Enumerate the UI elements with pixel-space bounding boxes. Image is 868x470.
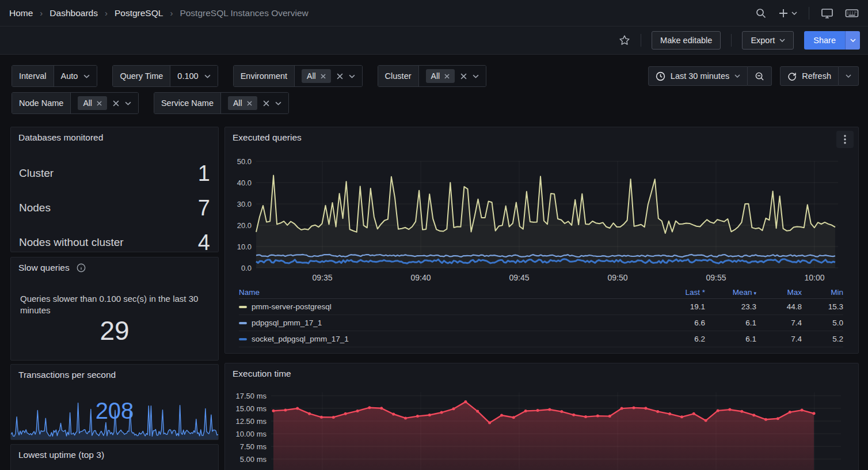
keyboard-icon[interactable]: [845, 8, 859, 18]
execution-time-chart[interactable]: 17.50 ms15.00 ms12.50 ms10.00 ms7.50 ms5…: [225, 390, 846, 470]
node-name-select[interactable]: All: [71, 93, 138, 113]
svg-text:09:55: 09:55: [706, 273, 726, 282]
panel-menu-icon[interactable]: [836, 131, 854, 148]
service-name-chip[interactable]: All: [228, 96, 257, 110]
refresh-interval-button[interactable]: [839, 66, 859, 86]
clear-icon[interactable]: [337, 73, 343, 79]
close-icon[interactable]: [97, 101, 102, 106]
legend-value: 5.2: [802, 335, 843, 343]
stat-value: 1: [198, 161, 210, 186]
series-color-swatch: [239, 306, 247, 308]
top-nav: Home›Dashboards›PostgreSQL›PostgreSQL In…: [0, 0, 868, 26]
query-time-value: 0.100: [177, 71, 198, 81]
cluster-chip[interactable]: All: [426, 69, 455, 83]
environment-select[interactable]: All: [295, 66, 362, 86]
legend-series-label: pmm-server-postgresql: [252, 302, 332, 311]
interval-select[interactable]: Auto: [54, 66, 97, 86]
legend-value: 44.8: [756, 302, 802, 311]
node-name-chip[interactable]: All: [78, 96, 107, 110]
node-name-chip-value: All: [83, 98, 92, 108]
legend-column-mean[interactable]: Mean▾: [705, 288, 756, 297]
service-name-control: Service Name All: [154, 92, 289, 114]
search-icon[interactable]: [755, 7, 767, 19]
panel-transactions-per-second: Transactions per second 208: [10, 364, 219, 440]
close-icon[interactable]: [247, 101, 252, 106]
legend-column-min[interactable]: Min: [802, 288, 843, 297]
chevron-down-icon: [349, 74, 355, 78]
legend-value: 19.1: [653, 302, 705, 311]
clear-icon[interactable]: [263, 100, 269, 107]
interval-control: Interval Auto: [12, 65, 97, 87]
zoom-out-button[interactable]: [748, 66, 772, 86]
zoom-out-icon: [755, 71, 764, 81]
breadcrumb-item-postgresql[interactable]: PostgreSQL: [115, 8, 163, 18]
nav-actions: [755, 7, 859, 20]
environment-chip-value: All: [307, 71, 316, 81]
cluster-select[interactable]: All: [419, 66, 486, 86]
series-color-swatch: [239, 322, 247, 324]
export-button[interactable]: Export: [742, 31, 794, 50]
share-button[interactable]: Share: [804, 31, 845, 50]
legend-value: 23.3: [705, 302, 756, 311]
refresh-group: Refresh: [780, 66, 859, 86]
slow-queries-header: Slow queries: [18, 263, 86, 273]
svg-text:12.50 ms: 12.50 ms: [236, 417, 267, 426]
panel-title: Transactions per second: [18, 370, 116, 380]
make-editable-button[interactable]: Make editable: [652, 31, 721, 50]
slow-queries-value: 29: [11, 315, 218, 346]
legend-series-name[interactable]: socket_pdpgsql_pmm_17_1: [239, 335, 653, 343]
legend-series-name[interactable]: pmm-server-postgresql: [239, 302, 653, 311]
legend-column-max[interactable]: Max: [756, 288, 802, 297]
star-icon[interactable]: [619, 35, 630, 46]
add-button[interactable]: [778, 8, 797, 18]
share-label: Share: [813, 36, 836, 45]
close-icon[interactable]: [444, 74, 450, 79]
monitor-icon[interactable]: [821, 7, 833, 19]
legend-column-last[interactable]: Last *: [653, 288, 705, 297]
executed-queries-chart[interactable]: 50.040.030.020.010.00.009:3509:4009:4509…: [225, 153, 846, 284]
clear-icon[interactable]: [460, 73, 467, 79]
legend-series-name[interactable]: pdpgsql_pmm_17_1: [239, 319, 653, 327]
node-name-label: Node Name: [12, 93, 71, 113]
series-color-swatch: [239, 338, 247, 340]
legend-header-row: NameLast *Mean▾MaxMin: [239, 286, 843, 299]
info-icon[interactable]: [77, 263, 86, 272]
legend-value: 6.6: [653, 319, 705, 327]
node-name-control: Node Name All: [12, 92, 139, 114]
legend-value: 15.3: [802, 302, 843, 311]
svg-text:7.50 ms: 7.50 ms: [240, 442, 267, 451]
environment-chip[interactable]: All: [302, 69, 331, 83]
legend-series-label: pdpgsql_pmm_17_1: [252, 319, 322, 327]
refresh-button[interactable]: Refresh: [780, 66, 839, 86]
chevron-down-icon: [791, 12, 797, 15]
legend-column-name[interactable]: Name: [239, 288, 653, 297]
query-time-select[interactable]: 0.100: [170, 66, 217, 86]
share-options-button[interactable]: [845, 31, 860, 50]
panel-execution-time: Execution time 17.50 ms15.00 ms12.50 ms1…: [224, 363, 859, 470]
breadcrumb-item-home[interactable]: Home: [9, 8, 33, 18]
chevron-down-icon: [850, 39, 856, 42]
svg-text:50.0: 50.0: [237, 157, 252, 166]
time-controls: Last 30 minutes Refresh: [648, 66, 859, 86]
chevron-down-icon: [473, 74, 479, 78]
panel-databases-monitored: Databases monitored Cluster1Nodes7Nodes …: [10, 127, 219, 252]
make-editable-label: Make editable: [660, 36, 712, 45]
time-range-picker[interactable]: Last 30 minutes: [648, 66, 748, 86]
svg-text:40.0: 40.0: [237, 179, 252, 187]
svg-text:09:35: 09:35: [312, 273, 332, 282]
databases-monitored-stats: Cluster1Nodes7Nodes without cluster4: [19, 156, 210, 260]
chevron-down-icon: [734, 74, 740, 78]
chevron-down-icon: [204, 74, 211, 78]
close-icon[interactable]: [321, 74, 326, 79]
svg-text:30.0: 30.0: [237, 200, 252, 209]
breadcrumb-separator: ›: [170, 8, 173, 18]
clear-icon[interactable]: [113, 100, 119, 107]
stat-row: Nodes7: [19, 191, 210, 225]
dashboard-toolbar: Make editable Export Share: [0, 26, 868, 55]
legend-row: socket_pdpgsql_pmm_17_16.26.17.45.2: [239, 331, 843, 347]
service-name-select[interactable]: All: [221, 93, 288, 113]
stat-value: 7: [198, 196, 210, 221]
divider: [641, 34, 641, 47]
breadcrumb-item-dashboards[interactable]: Dashboards: [50, 8, 98, 18]
panel-title: Databases monitored: [18, 132, 103, 143]
